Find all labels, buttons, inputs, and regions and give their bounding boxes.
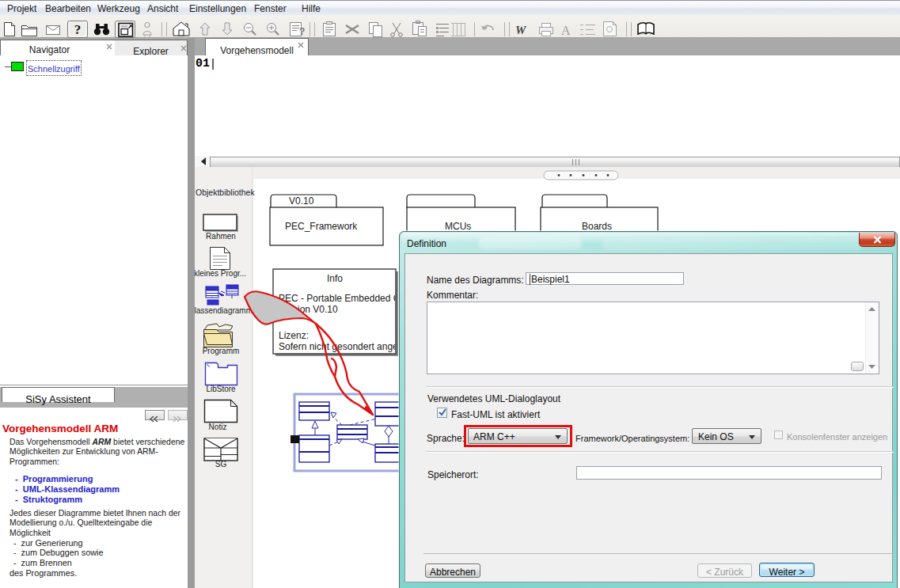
svg-text:?: ? [299,26,305,37]
svg-text:Objektbibliothek: Objektbibliothek [196,188,255,197]
svg-text:Programm: Programm [203,347,240,355]
svg-text:Klassendiagramm: Klassendiagramm [195,306,253,315]
svg-text:Rahmen: Rahmen [206,232,236,241]
svg-text:V0.10: V0.10 [289,195,314,207]
svg-text:Info: Info [327,273,343,284]
svg-text:?: ? [74,22,82,37]
svg-text:PEC_Framework: PEC_Framework [285,221,358,232]
svg-text:kleines Progr...: kleines Progr... [195,269,246,278]
svg-text:MCUs: MCUs [445,221,471,232]
svg-text:Boards: Boards [582,221,612,232]
svg-text:SG: SG [215,460,227,469]
svg-text:Lizenz:: Lizenz: [279,330,309,341]
svg-text:PEC - Portable Embedded C: PEC - Portable Embedded C [279,293,401,304]
svg-text:LibStore: LibStore [206,385,236,393]
svg-text:A: A [561,24,571,37]
svg-text:Notiz: Notiz [209,423,227,431]
svg-text:W: W [515,24,527,36]
